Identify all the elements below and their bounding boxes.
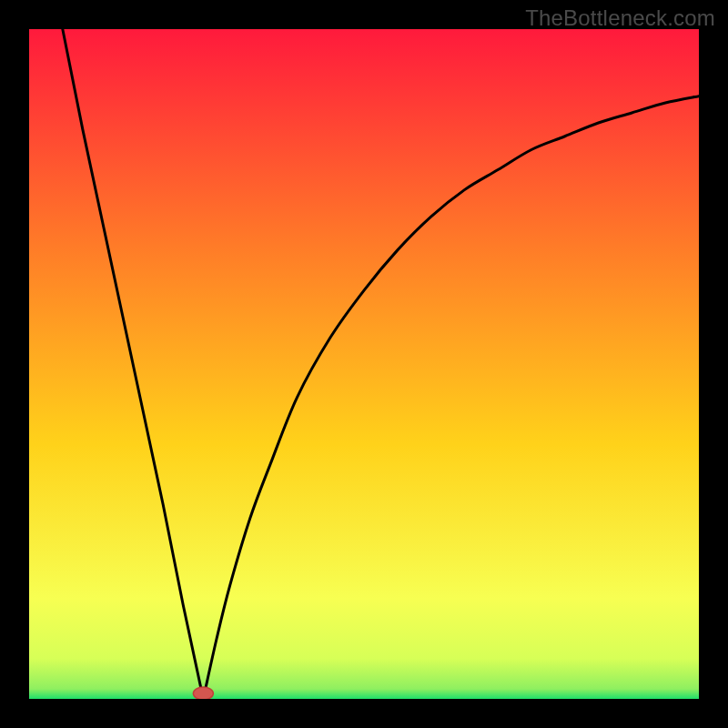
optimal-point-marker bbox=[193, 687, 213, 699]
gradient-background bbox=[29, 29, 699, 699]
chart-frame bbox=[29, 29, 699, 699]
watermark-text: TheBottleneck.com bbox=[525, 5, 715, 31]
bottleneck-chart bbox=[29, 29, 699, 699]
